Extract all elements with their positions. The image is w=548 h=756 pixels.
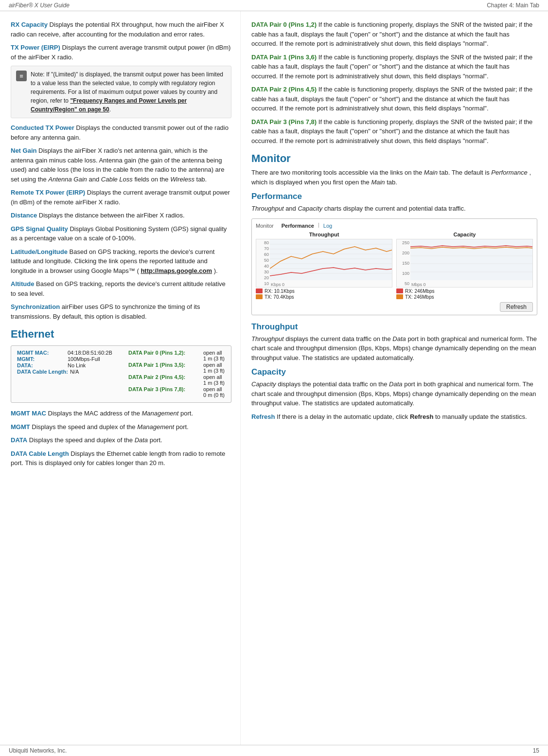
footer-company: Ubiquiti Networks, Inc. xyxy=(9,747,67,754)
data-pair2-term-para: DATA Pair 2 (Pins 4,5) If the cable is f… xyxy=(251,85,537,113)
performance-intro: Throughput and Capacity charts display t… xyxy=(251,204,537,214)
net-gain-term: Net Gain xyxy=(11,147,36,154)
mgmt-label: MGMT: xyxy=(17,356,66,362)
data-pair3-row: DATA Pair 3 (Pins 7,8): open all 0 m (0 … xyxy=(128,386,225,398)
monitor-tab-label: Monitor xyxy=(256,223,274,229)
data-pair0-row: DATA Pair 0 (Pins 1,2): open all 1 m (3 … xyxy=(128,350,225,361)
throughput-rx-color xyxy=(256,288,263,293)
footer-page-number: 15 xyxy=(533,747,539,754)
page: airFiber® X User Guide Chapter 4: Main T… xyxy=(0,0,548,756)
altitude-para: Altitude Based on GPS tracking, reports … xyxy=(11,279,231,298)
data-cable-label: DATA Cable Length: xyxy=(17,369,68,375)
tx-power-para: TX Power (EIRP) Displays the current ave… xyxy=(11,43,231,62)
note-text: Note: If "(Limited)" is displayed, the t… xyxy=(31,70,226,114)
throughput-chart-container: Throughput 80 70 60 50 40 30 20 10 xyxy=(256,232,392,300)
note-icon: ≡ xyxy=(16,71,27,81)
capacity-rx-legend: RX: 246Mbps xyxy=(396,288,533,294)
data-cable-term-para: DATA Cable Length Displays the Ethernet … xyxy=(11,449,231,468)
throughput-y-axis: 80 70 60 50 40 30 20 10 xyxy=(256,239,270,287)
data-pair3-term-para: DATA Pair 3 (Pins 7,8) If the cable is f… xyxy=(251,117,537,146)
monitor-intro: There are two monitoring tools accessibl… xyxy=(251,168,537,187)
throughput-chart-area: 80 70 60 50 40 30 20 10 xyxy=(256,239,392,288)
svg-rect-8 xyxy=(410,239,532,280)
gps-signal-term: GPS Signal Quality xyxy=(11,225,68,233)
data-term-para: DATA Displays the speed and duplex of th… xyxy=(11,435,231,445)
throughput-x-label: Kbps 0 xyxy=(270,282,392,287)
note-link[interactable]: "Frequency Ranges and Power Levels per C… xyxy=(31,97,187,113)
distance-para: Distance Displays the distance between t… xyxy=(11,211,231,220)
capacity-chart-container: Capacity 250 200 150 100 50 xyxy=(396,232,533,300)
data-pair2-value: open all 1 m (3 ft) xyxy=(203,374,225,386)
data-pair1-value: open all 1 m (3 ft) xyxy=(203,362,225,374)
lat-long-term: Latitude/Longitude xyxy=(11,248,68,255)
monitor-box: Monitor Performance | Log Throughput 80 xyxy=(251,218,537,315)
mgmt-row: MGMT: 100Mbps-Full xyxy=(17,356,114,362)
data-pair1-label: DATA Pair 1 (Pins 3,5): xyxy=(128,362,201,374)
capacity-rx-color xyxy=(396,288,403,293)
monitor-header: Monitor Performance | Log xyxy=(256,222,533,230)
left-column: RX Capacity Displays the potential RX th… xyxy=(0,11,241,745)
net-gain-para: Net Gain Displays the airFiber X radio's… xyxy=(11,146,231,184)
data-pair0-term-para: DATA Pair 0 (Pins 1,2) If the cable is f… xyxy=(251,20,537,49)
capacity-svg xyxy=(410,239,532,280)
right-column: DATA Pair 0 (Pins 1,2) If the cable is f… xyxy=(241,11,548,745)
throughput-subtitle: Throughput xyxy=(251,322,537,332)
header-title-left: airFiber® X User Guide xyxy=(9,2,70,9)
capacity-chart-title: Capacity xyxy=(396,232,533,237)
data-row: DATA: No Link xyxy=(17,362,114,368)
data-cable-term-label: DATA Cable Length xyxy=(11,450,69,457)
capacity-subtitle: Capacity xyxy=(251,367,537,377)
capacity-tx-label: TX: 246Mbps xyxy=(405,294,434,300)
mgmt-term-para: MGMT Displays the speed and duplex of th… xyxy=(11,422,231,432)
capacity-section-para: Capacity displays the potential data tra… xyxy=(251,379,537,408)
rx-capacity-term: RX Capacity xyxy=(11,21,48,28)
altitude-term: Altitude xyxy=(11,280,34,288)
refresh-row: Refresh xyxy=(256,302,533,312)
synchronization-para: Synchronization airFiber uses GPS to syn… xyxy=(11,302,231,321)
data-value: No Link xyxy=(68,362,86,368)
mgmt-mac-value: 04:18:D8:51:60:2B xyxy=(68,350,112,356)
rx-capacity-para: RX Capacity Displays the potential RX th… xyxy=(11,20,231,39)
throughput-tx-label: TX: 70.4Kbps xyxy=(265,294,294,300)
capacity-y-axis: 250 200 150 100 50 xyxy=(397,239,410,287)
tab-performance[interactable]: Performance xyxy=(278,222,318,230)
tab-log[interactable]: Log xyxy=(319,222,336,230)
mgmt-mac-label: MGMT MAC: xyxy=(17,350,66,356)
refresh-term: Refresh xyxy=(251,413,275,420)
data-pair3-label: DATA Pair 3 (Pins 7,8): xyxy=(128,386,201,398)
google-maps-link[interactable]: http://maps.google.com xyxy=(141,267,212,274)
mgmt-mac-term-label: MGMT MAC xyxy=(11,410,46,417)
note-box: ≡ Note: If "(Limited)" is displayed, the… xyxy=(11,66,231,118)
throughput-svg xyxy=(270,239,392,280)
data-label: DATA: xyxy=(17,362,66,368)
refresh-button[interactable]: Refresh xyxy=(500,302,533,312)
conducted-tx-term: Conducted TX Power xyxy=(11,124,74,131)
data-pair1-row: DATA Pair 1 (Pins 3,5): open all 1 m (3 … xyxy=(128,362,225,374)
throughput-chart-title: Throughput xyxy=(256,232,392,237)
monitor-tabs[interactable]: Performance | Log xyxy=(278,222,336,230)
monitor-section-title: Monitor xyxy=(251,152,537,165)
data-cable-value: N/A xyxy=(70,369,79,375)
data-pair1-term-para: DATA Pair 1 (Pins 3,6) If the cable is f… xyxy=(251,53,537,81)
refresh-term-para: Refresh If there is a delay in the autom… xyxy=(251,412,537,422)
data-pair0-term: DATA Pair 0 (Pins 1,2) xyxy=(251,21,317,28)
throughput-rx-legend: RX: 10.1Kbps xyxy=(256,288,392,294)
mgmt-term-label: MGMT xyxy=(11,423,30,431)
data-cable-row: DATA Cable Length: N/A xyxy=(17,369,114,375)
capacity-x-label: Mbps 0 xyxy=(410,282,532,287)
distance-term: Distance xyxy=(11,212,37,219)
capacity-chart-area: 250 200 150 100 50 xyxy=(396,239,533,288)
remote-tx-term: Remote TX Power (EIRP) xyxy=(11,189,85,196)
mgmt-mac-term-para: MGMT MAC Displays the MAC address of the… xyxy=(11,409,231,418)
capacity-tx-legend: TX: 246Mbps xyxy=(396,294,533,300)
throughput-tx-color xyxy=(256,294,263,299)
mgmt-mac-row: MGMT MAC: 04:18:D8:51:60:2B xyxy=(17,350,114,356)
data-pair2-label: DATA Pair 2 (Pins 4,5): xyxy=(128,374,201,386)
ethernet-section-title: Ethernet xyxy=(11,328,231,341)
synchronization-term: Synchronization xyxy=(11,303,60,310)
tx-power-term: TX Power (EIRP) xyxy=(11,44,60,51)
data-pair2-term: DATA Pair 2 (Pins 4,5) xyxy=(251,86,317,93)
svg-rect-0 xyxy=(270,239,392,280)
charts-row: Throughput 80 70 60 50 40 30 20 10 xyxy=(256,232,533,300)
lat-long-para: Latitude/Longitude Based on GPS tracking… xyxy=(11,247,231,276)
